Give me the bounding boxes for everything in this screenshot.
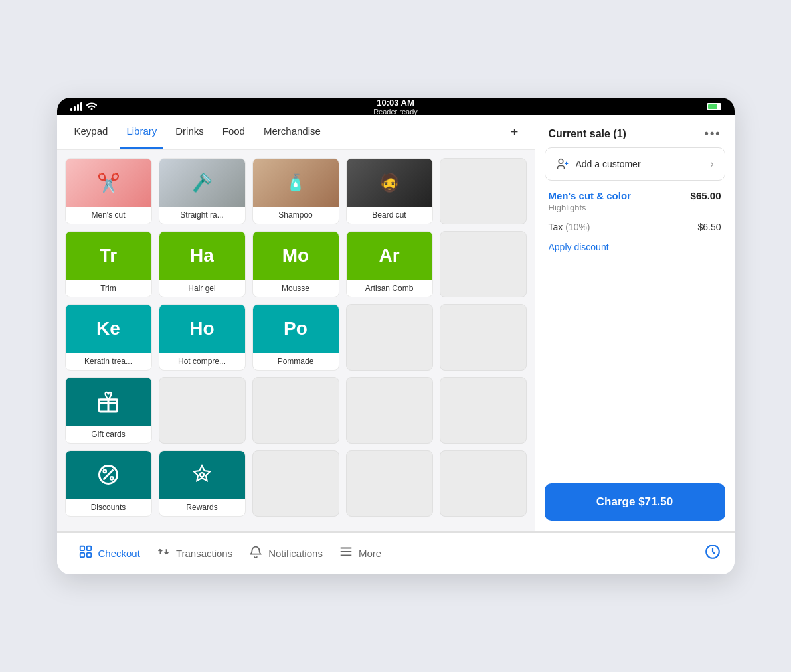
item-hot-compress[interactable]: Ho Hot compre... <box>159 304 246 371</box>
rewards-icon <box>190 463 214 487</box>
sale-item-row: Men's cut & color $65.00 <box>549 190 721 201</box>
svg-rect-8 <box>80 553 84 557</box>
nav-notifications[interactable]: Notifications <box>240 541 331 566</box>
tab-bar: Keypad Library Drinks Food Merchandise + <box>57 115 535 150</box>
grid-icon <box>78 545 93 559</box>
item-hair-gel[interactable]: Ha Hair gel <box>159 231 246 297</box>
battery-fill <box>708 104 717 109</box>
status-time: 10:03 AM <box>377 98 414 108</box>
tab-merchandise[interactable]: Merchandise <box>257 115 327 149</box>
item-shampoo[interactable]: 🧴 Shampoo <box>252 158 339 224</box>
svg-point-4 <box>200 473 204 477</box>
bell-icon <box>248 545 263 562</box>
grid-empty-9 <box>252 450 339 517</box>
item-beard-cut[interactable]: 🧔 Beard cut <box>346 158 433 224</box>
sale-item-price: $65.00 <box>691 190 721 201</box>
hairgel-label: Hair gel <box>159 280 245 297</box>
grid-empty-11 <box>440 450 527 517</box>
nav-checkout[interactable]: Checkout <box>70 541 148 566</box>
grid-row-2: Tr Trim Ha Hair gel Mo Mousse Ar <box>65 231 527 297</box>
transactions-label: Transactions <box>176 548 232 559</box>
items-grid: ✂️ Men's cut 🪒 Straight ra... 🧴 Shampoo <box>57 150 535 531</box>
grid-empty-7 <box>346 377 433 444</box>
checkout-label: Checkout <box>98 548 140 559</box>
sale-item-name: Men's cut & color <box>549 190 631 201</box>
sale-item-subtitle: Highlights <box>549 203 721 212</box>
tax-amount: $6.50 <box>697 222 721 232</box>
keratin-tile: Ke <box>66 305 151 353</box>
wifi-icon <box>86 102 97 111</box>
tab-library[interactable]: Library <box>120 115 163 149</box>
tab-keypad[interactable]: Keypad <box>68 115 115 149</box>
pommade-label: Pommade <box>253 353 339 370</box>
more-options-button[interactable]: ••• <box>705 127 721 141</box>
add-customer-button[interactable]: Add a customer › <box>545 147 725 181</box>
add-customer-label: Add a customer <box>576 159 641 169</box>
trim-tile: Tr <box>66 232 151 280</box>
rewards-tile <box>159 451 245 499</box>
chevron-right-icon: › <box>710 158 713 170</box>
grid-empty-4 <box>440 304 527 371</box>
item-mousse[interactable]: Mo Mousse <box>252 231 339 297</box>
item-trim[interactable]: Tr Trim <box>65 231 152 297</box>
signal-bars <box>70 102 82 111</box>
grid-empty-3 <box>346 304 433 371</box>
shampoo-label: Shampoo <box>253 207 339 224</box>
mousse-label: Mousse <box>253 280 339 297</box>
menu-icon <box>339 545 353 562</box>
grid-empty-6 <box>252 377 339 444</box>
grid-empty-1 <box>440 158 527 224</box>
mousse-tile: Mo <box>253 232 339 280</box>
main-content: Keypad Library Drinks Food Merchandise +… <box>57 115 735 532</box>
current-sale-title: Current sale (1) <box>549 128 626 140</box>
discounts-tile <box>66 451 151 499</box>
nav-more[interactable]: More <box>331 541 389 566</box>
notification-bell-icon <box>248 545 263 559</box>
tab-food[interactable]: Food <box>216 115 252 149</box>
device-frame: 10:03 AM Reader ready Keypad Library Dri… <box>57 98 735 574</box>
add-tab-button[interactable]: + <box>505 120 524 145</box>
artisan-label: Artisan Comb <box>347 280 432 297</box>
nav-transactions[interactable]: Transactions <box>148 541 240 566</box>
mens-cut-image: ✂️ <box>66 159 151 207</box>
mens-cut-label: Men's cut <box>66 207 151 224</box>
transactions-icon <box>156 545 171 562</box>
item-pommade[interactable]: Po Pommade <box>252 304 339 371</box>
item-gift-cards[interactable]: Gift cards <box>65 377 152 444</box>
tax-label: Tax <box>549 222 563 232</box>
gift-cards-label: Gift cards <box>66 426 151 443</box>
left-panel: Keypad Library Drinks Food Merchandise +… <box>57 115 535 531</box>
shampoo-image: 🧴 <box>253 159 339 207</box>
reader-status: Reader ready <box>373 108 418 116</box>
arrows-icon <box>156 545 171 559</box>
item-discounts[interactable]: Discounts <box>65 450 152 517</box>
item-straight-razor[interactable]: 🪒 Straight ra... <box>159 158 246 224</box>
svg-rect-7 <box>86 546 90 550</box>
gift-icon <box>96 390 120 414</box>
status-bar: 10:03 AM Reader ready <box>57 98 735 115</box>
tab-drinks[interactable]: Drinks <box>169 115 211 149</box>
beard-label: Beard cut <box>347 207 432 224</box>
grid-empty-5 <box>159 377 246 444</box>
hot-compress-tile: Ho <box>159 305 245 353</box>
svg-point-2 <box>104 470 107 473</box>
status-bar-right <box>707 103 721 110</box>
charge-button[interactable]: Charge $71.50 <box>545 483 725 521</box>
razor-image: 🪒 <box>159 159 245 207</box>
tax-label-text: Tax (10%) <box>549 222 590 232</box>
status-bar-center: 10:03 AM Reader ready <box>373 98 418 116</box>
item-rewards[interactable]: Rewards <box>159 450 246 517</box>
status-bar-left <box>70 102 97 111</box>
item-artisan-comb[interactable]: Ar Artisan Comb <box>346 231 433 297</box>
hairgel-tile: Ha <box>159 232 245 280</box>
tax-rate: (10%) <box>565 222 590 232</box>
grid-row-4: Gift cards <box>65 377 527 444</box>
clock-button[interactable] <box>704 543 721 564</box>
checkout-icon <box>78 545 93 562</box>
grid-row-3: Ke Keratin trea... Ho Hot compre... Po P… <box>65 304 527 371</box>
item-keratin[interactable]: Ke Keratin trea... <box>65 304 152 371</box>
apply-discount-link[interactable]: Apply discount <box>549 242 721 252</box>
sale-items: Men's cut & color $65.00 Highlights Tax … <box>535 190 735 475</box>
item-mens-cut[interactable]: ✂️ Men's cut <box>65 158 152 224</box>
svg-point-3 <box>110 477 114 480</box>
